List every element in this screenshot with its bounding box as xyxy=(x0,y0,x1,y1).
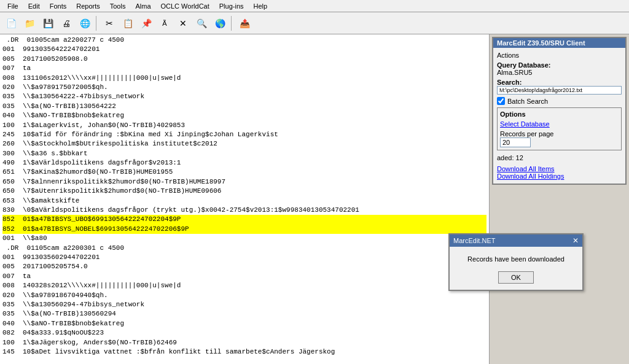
menu-tools[interactable]: Tools xyxy=(105,1,131,11)
download-all-holdings-button[interactable]: Download All Holdings xyxy=(497,172,564,180)
search-input[interactable] xyxy=(497,86,622,95)
search-button[interactable]: 🔍 xyxy=(193,15,210,32)
editor-line: 035 \\$a(NO-TrBIB)130560294 xyxy=(2,309,486,319)
search-label: Search: xyxy=(497,79,622,86)
download-all-items-button[interactable]: Download All Items xyxy=(497,165,555,172)
menu-alma[interactable]: Alma xyxy=(130,1,155,11)
separator-1 xyxy=(96,16,98,31)
editor-line: .DR 01105cam a2200301 c 4500 xyxy=(2,244,486,253)
dialog-content: Records have been downloaded OK xyxy=(450,247,582,290)
editor-line: 035 \\$a130564222-47bibsys_network xyxy=(2,92,486,101)
save-button[interactable]: 💾 xyxy=(39,15,57,32)
menu-plugins[interactable]: Plug-ins xyxy=(214,1,249,11)
web-button[interactable]: 🌎 xyxy=(211,15,229,32)
actions-label: Actions xyxy=(497,52,519,59)
dialog-ok-button[interactable]: OK xyxy=(498,271,534,284)
menu-reports[interactable]: Reports xyxy=(71,1,105,11)
records-per-page-label: Records per page xyxy=(500,130,553,137)
editor-line: 490 1\$aVärldspolitikens dagsfrågor$v201… xyxy=(2,158,486,168)
editor-line: 650 \7$alnnenrikspolitikk$2humord$0(NO-T… xyxy=(2,177,486,187)
dialog-box: MarcEdit.NET ✕ Records have been downloa… xyxy=(448,233,584,291)
records-per-page-input[interactable] xyxy=(500,137,531,147)
paste-button[interactable]: 📌 xyxy=(138,15,155,32)
globe-button[interactable]: 🌐 xyxy=(76,15,93,32)
print-button[interactable]: 🖨 xyxy=(58,15,75,32)
dialog-close-icon[interactable]: ✕ xyxy=(572,236,579,245)
downloaded-label: aded: 12 xyxy=(497,153,622,163)
editor-line: 852 01$a47BIBSYS_UBO$6991305642224702204… xyxy=(2,215,486,224)
menu-oclc[interactable]: OCLC WorldCat xyxy=(156,1,214,11)
export-button[interactable]: 📤 xyxy=(236,15,253,32)
right-panel: MarcEdit Z39.50/SRU Client Actions Query… xyxy=(489,34,629,364)
select-database-button[interactable]: Select Database xyxy=(500,120,550,128)
editor-line: 830 \0$aVärldspolitikens dagsfrågor (try… xyxy=(2,206,486,215)
toolbar: 📄 📁 💾 🖨 🌐 ✂ 📋 📌 Ã ✕ 🔍 🌎 📤 xyxy=(0,12,629,34)
editor-line: 852 01$a47BIBSYS_NOBEL$69913056422247022… xyxy=(2,225,486,234)
editor-line: 082 04$a333.91$qNoOU$223 xyxy=(2,328,486,338)
editor-line: 035 \\$a(NO-TrBIB)130564222 xyxy=(2,102,486,111)
query-db-label: Query Database: xyxy=(497,61,622,69)
editor-line: 260 \\$aStockholm$bUtrikespolitiska inst… xyxy=(2,139,486,149)
editor-line: 008 140328s2012\\\\xx#||||||||||000|u|sw… xyxy=(2,281,486,290)
batch-search-checkbox[interactable] xyxy=(497,97,505,105)
query-db-value: Alma.SRU5 xyxy=(497,69,622,76)
editor-line: .DR 01005cam a2200277 c 4500 xyxy=(2,36,486,45)
editor-line: 040 \\$aNO-TrBIB$bnob$ekatreg xyxy=(2,319,486,328)
editor-line: 651 \7$aKina$2humord$0(NO-TrBIB)HUME0195… xyxy=(2,168,486,177)
batch-search-label: Batch Search xyxy=(507,98,548,105)
sru-panel: MarcEdit Z39.50/SRU Client Actions Query… xyxy=(492,37,627,185)
menu-fonts[interactable]: Fonts xyxy=(45,1,72,11)
editor-line: 245 10$aTid för förändring :$bKina med X… xyxy=(2,130,486,139)
editor-line: 008 131106s2012\\\\xx#||||||||||000|u|sw… xyxy=(2,74,486,83)
editor-line: 007 ta xyxy=(2,64,486,73)
separator-2 xyxy=(231,16,233,31)
editor-line: 650 \7$aUtenrikspolitikk$2humord$0(NO-Tr… xyxy=(2,187,486,196)
new-button[interactable]: 📄 xyxy=(2,15,20,32)
editor-line: 005 20171005205754.0 xyxy=(2,262,486,271)
editor-line: 300 \\$a36 s.$bbkart xyxy=(2,149,486,158)
delete-button[interactable]: ✕ xyxy=(174,15,192,32)
options-title: Options xyxy=(500,110,619,118)
editor-line: 001 9913035642224702201 xyxy=(2,45,486,54)
open-button[interactable]: 📁 xyxy=(21,15,38,32)
options-box: Options Select Database Records per page xyxy=(497,107,622,150)
dialog-title-text: MarcEdit.NET xyxy=(453,237,495,244)
editor-line: 020 \\$a9789186704940$qh. xyxy=(2,291,486,300)
editor-line: 653 \\$amaktskifte xyxy=(2,196,486,206)
sru-title: MarcEdit Z39.50/SRU Client xyxy=(493,38,625,48)
menu-file[interactable]: File xyxy=(2,1,23,11)
editor-line: 005 20171005205908.0 xyxy=(2,55,486,64)
menu-edit[interactable]: Edit xyxy=(23,1,45,11)
marc-editor[interactable]: .DR 01005cam a2200277 c 4500001 99130356… xyxy=(0,34,489,364)
main-area: .DR 01005cam a2200277 c 4500001 99130356… xyxy=(0,34,629,364)
editor-line: 100 1\$aLagerkvist, Johan$0(NO-TrBIB)402… xyxy=(2,121,486,130)
special-button[interactable]: Ã xyxy=(156,15,173,32)
editor-line: 035 \\$a130560294-47bibsys_network xyxy=(2,300,486,309)
menu-help[interactable]: Help xyxy=(249,1,273,11)
editor-line: 040 \\$aNO-TrBIB$bnob$ekatreg xyxy=(2,111,486,120)
editor-line: 001 \\$a80 xyxy=(2,234,486,243)
menu-bar: File Edit Fonts Reports Tools Alma OCLC … xyxy=(0,0,629,12)
copy-button[interactable]: 📋 xyxy=(119,15,136,32)
editor-line: 145 10$aDet livsviktiga vattnet :$bfrån … xyxy=(2,347,486,357)
editor-line: 001 9913035602944702201 xyxy=(2,253,486,262)
editor-line: 020 \\$a9789175072005$qh. xyxy=(2,83,486,92)
editor-line: 007 ta xyxy=(2,272,486,281)
dialog-message: Records have been downloaded xyxy=(459,255,572,263)
download-section: Download All Items Download All Holdings xyxy=(497,165,622,180)
dialog-title-bar: MarcEdit.NET ✕ xyxy=(450,234,582,247)
editor-line: 100 1\$aJägerskog, Anders$0(NO-TrBIB)624… xyxy=(2,338,486,347)
cut-button[interactable]: ✂ xyxy=(101,15,118,32)
